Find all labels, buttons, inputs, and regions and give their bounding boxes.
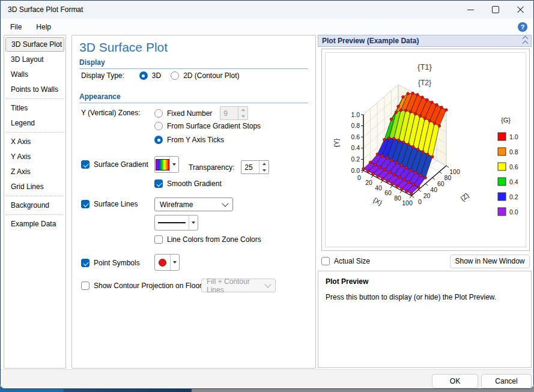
svg-text:{X}: {X} [372,196,384,207]
line-colors-row: Line Colors from Zone Colors [154,235,261,244]
svg-text:60: 60 [384,189,392,196]
zones-label: Y (Vertical) Zones: [81,109,140,117]
radio-2d[interactable] [171,71,179,80]
spin-down-icon[interactable] [259,167,269,174]
actual-size-row: Actual Size Show in New Window [321,253,530,269]
radio-2d-label: 2D (Contour Plot) [183,71,239,80]
radio-fixed-number-label: Fixed Number [167,109,212,118]
dialog-window: 3D Surface Plot Format File Help ? 3D Su… [0,0,534,389]
collapse-icon[interactable] [523,37,527,46]
transparency-spinner[interactable]: 25 [241,160,269,174]
svg-text:20: 20 [423,192,431,199]
transparency-spin-buttons[interactable] [259,161,269,173]
preview-header: Plot Preview (Example Data) [318,35,532,47]
help-icon[interactable]: ? [518,22,527,32]
plot-legend: {G}1.00.80.60.40.20.0 [498,116,518,216]
contour-projection-checkbox[interactable] [81,282,90,290]
cancel-button[interactable]: Cancel [481,374,532,388]
svg-text:0.2: 0.2 [509,193,518,201]
menu-file[interactable]: File [10,23,22,31]
line-style-caret-icon[interactable] [189,216,198,230]
svg-text:{T2}: {T2} [418,79,431,87]
close-button[interactable] [508,1,533,19]
spin-up-icon [238,107,247,113]
line-colors-label: Line Colors from Zone Colors [167,235,261,244]
fixed-number-spin-buttons [238,107,247,119]
line-style-button[interactable] [154,215,198,231]
gradient-swatch [155,157,169,172]
gradient-picker-button[interactable] [154,156,179,173]
menu-help[interactable]: Help [36,23,51,31]
spin-down-icon [238,113,247,120]
radio-y-axis-ticks-label: From Y Axis Ticks [167,136,224,144]
radio-3d-label: 3D [152,71,161,80]
show-in-new-window-button[interactable]: Show in New Window [450,255,530,268]
svg-text:{T1}: {T1} [417,62,432,71]
fixed-number-value: 9 [220,107,238,119]
plot-titles: {T1}{T2} [417,62,432,87]
radio-y-axis-ticks[interactable] [154,136,163,144]
radio-fixed-number[interactable] [154,109,163,118]
line-colors-checkbox[interactable] [154,235,163,244]
sidebar-separator [6,132,64,133]
ok-button[interactable]: OK [432,374,478,388]
svg-text:0.0: 0.0 [509,208,518,216]
sidebar-item-legend[interactable]: Legend [5,116,64,130]
actual-size-checkbox[interactable] [321,257,330,265]
preview-header-title: Plot Preview (Example Data) [322,37,419,45]
sidebar-item-background[interactable]: Background [5,198,64,213]
svg-text:0.8: 0.8 [351,122,360,129]
gradient-caret-icon[interactable] [169,157,178,172]
contour-projection-row: Show Contour Projection on Floor [81,282,202,290]
point-symbol-caret-icon[interactable] [170,255,179,270]
smooth-gradient-label: Smooth Gradient [167,179,222,188]
preview-info-text: Press this button to display (or hide) t… [326,293,524,301]
section-header-appearance: Appearance [79,92,308,103]
surface-plot-svg: 0.00.20.40.60.81.00204060801000204060801… [326,53,526,247]
surface-lines-style-value: Wireframe [160,201,193,209]
chevron-down-icon [222,200,228,207]
radio-gradient-stops[interactable] [154,122,163,130]
surface-lines-style-dropdown[interactable]: Wireframe [154,198,233,211]
surface-gradient-checkbox[interactable] [81,160,90,169]
smooth-gradient-checkbox[interactable] [154,179,163,188]
transparency-label: Transparency: [189,163,234,172]
sidebar-item-z-axis[interactable]: Z Axis [5,164,64,179]
maximize-icon [492,6,499,13]
svg-text:0.8: 0.8 [509,148,518,155]
sidebar-item-points-to-walls[interactable]: Points to Walls [5,82,64,97]
plot-preview-box: 0.00.20.40.60.81.00204060801000204060801… [321,49,530,251]
transparency-value[interactable]: 25 [241,161,259,173]
point-symbol-button[interactable] [154,254,180,271]
point-symbols-checkbox[interactable] [81,259,90,267]
sidebar-item-3d-surface-plot[interactable]: 3D Surface Plot [5,37,64,52]
sidebar-item-grid-lines[interactable]: Grid Lines [5,179,64,194]
sidebar-separator [6,98,64,99]
sidebar-item-example-data[interactable]: Example Data [5,217,64,231]
settings-panel: 3D Surface Plot Display Display Type: 3D… [71,35,316,369]
svg-text:100: 100 [449,168,460,175]
contour-projection-label: Show Contour Projection on Floor [94,282,202,290]
contour-mode-value: Fill + Contour Lines [207,277,265,294]
sidebar-item-titles[interactable]: Titles [5,101,64,115]
close-icon [517,6,524,13]
preview-panel: Plot Preview (Example Data) 0.00.20.40.6… [318,35,532,369]
point-symbols-label: Point Symbols [94,259,140,267]
sidebar-item-y-axis[interactable]: Y Axis [5,149,64,164]
sidebar-item-3d-layout[interactable]: 3D Layout [5,52,64,67]
svg-text:0.4: 0.4 [351,144,360,151]
maximize-button[interactable] [483,1,508,19]
surface-lines-checkbox[interactable] [81,200,90,208]
sidebar-item-walls[interactable]: Walls [5,67,64,82]
spin-up-icon[interactable] [259,161,269,167]
svg-text:0: 0 [357,174,361,181]
svg-text:0.6: 0.6 [509,163,518,170]
actual-size-label: Actual Size [334,257,370,265]
svg-text:{G}: {G} [501,116,511,124]
surface-gradient-row: Surface Gradient [81,160,148,169]
sidebar-item-x-axis[interactable]: X Axis [5,134,64,149]
minimize-button[interactable] [458,1,483,19]
surface-lines-row: Surface Lines [81,200,138,208]
svg-text:{Z}: {Z} [459,191,470,202]
radio-3d[interactable] [139,71,148,80]
